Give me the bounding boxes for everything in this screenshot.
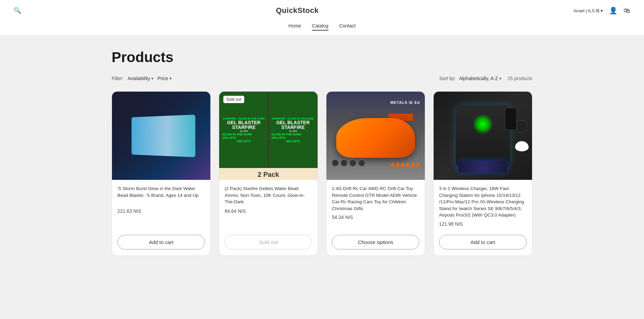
account-button[interactable]: 👤 bbox=[609, 6, 618, 15]
main-nav: Home Catalog Contact bbox=[14, 20, 630, 35]
product-card-3: METALS IE Ed 2.4G Drift Rc Car 4WD RC Dr… bbox=[326, 91, 425, 256]
nav-home[interactable]: Home bbox=[288, 23, 301, 31]
add-to-cart-button-4[interactable]: Add to cart bbox=[439, 235, 527, 249]
product-price-3: 54.34 NIS bbox=[332, 214, 419, 220]
charger-stand bbox=[456, 105, 510, 167]
sort-value-label: Alphabetically, A-Z bbox=[459, 76, 498, 81]
filter-bar: Filter: Availability Price Sort by: Alph… bbox=[112, 76, 532, 81]
add-to-cart-button-1[interactable]: Add to cart bbox=[117, 235, 205, 249]
metals-label: METALS IE Ed bbox=[391, 100, 420, 105]
filter-label: Filter: bbox=[112, 76, 124, 81]
product-card-1: 'S Storm Burst Glow in the Dark Water Be… bbox=[112, 91, 211, 256]
user-icon: 👤 bbox=[609, 7, 618, 14]
filter-left: Filter: Availability Price bbox=[112, 76, 172, 81]
sold-out-button-2[interactable]: Sold out bbox=[225, 235, 312, 249]
brand-logo[interactable]: QuickStock bbox=[276, 6, 319, 15]
cart-button[interactable]: 🛍 bbox=[624, 7, 630, 15]
search-button[interactable]: 🔍 bbox=[14, 7, 21, 14]
product-image-4 bbox=[434, 92, 532, 180]
cone-icon bbox=[396, 162, 400, 167]
cone-icon bbox=[416, 162, 420, 167]
sort-by-label: Sort by: bbox=[439, 76, 456, 81]
nav-contact[interactable]: Contact bbox=[339, 23, 356, 31]
product-image-3: METALS IE Ed bbox=[326, 92, 425, 180]
cone-icon bbox=[406, 162, 410, 167]
header: 🔍 QuickStock Israel | ILS ₪ ▾ 👤 🛍 Home C… bbox=[0, 0, 644, 36]
page-title: Products bbox=[112, 49, 532, 65]
availability-filter-label: Availability bbox=[128, 76, 150, 81]
car-body bbox=[336, 118, 415, 158]
product-actions-3: Choose options bbox=[326, 231, 425, 256]
availability-filter[interactable]: Availability bbox=[128, 76, 153, 81]
product-name-1: 'S Storm Burst Glow in the Dark Water Be… bbox=[117, 185, 205, 206]
product-count: 25 products bbox=[508, 76, 532, 81]
product-image-visual-3: METALS IE Ed bbox=[326, 92, 425, 180]
product-info-4: 3 in 1 Wireless Charger, 18W Fast Chargi… bbox=[434, 180, 532, 231]
product-price-1: 221.63 NIS bbox=[117, 208, 205, 214]
charger-base bbox=[458, 161, 507, 173]
product-card-2: Starfire - Glow in the Dark GEL BLASTER … bbox=[219, 91, 318, 256]
charger-watch bbox=[517, 120, 527, 132]
cone-icon bbox=[401, 162, 405, 167]
cone-icon bbox=[391, 162, 395, 167]
car-bottom-info bbox=[332, 159, 420, 167]
nav-catalog[interactable]: Catalog bbox=[312, 23, 328, 31]
wheel-icon bbox=[358, 159, 365, 167]
filter-right: Sort by: Alphabetically, A-Z 25 products bbox=[439, 76, 532, 81]
product-image-1 bbox=[112, 92, 210, 180]
gel-pack-right: Starfire - Glow in the Dark GEL BLASTER … bbox=[268, 92, 318, 168]
product-actions-2: Sold out bbox=[219, 231, 318, 256]
price-filter[interactable]: Price bbox=[157, 76, 172, 81]
charger-glow-icon bbox=[473, 114, 493, 134]
wheel-icon bbox=[340, 159, 348, 167]
car-accessories bbox=[332, 159, 365, 167]
product-card-4: 3 in 1 Wireless Charger, 18W Fast Chargi… bbox=[433, 91, 532, 256]
search-icon: 🔍 bbox=[14, 7, 21, 14]
product-info-3: 2.4G Drift Rc Car 4WD RC Drift Car Toy R… bbox=[326, 180, 425, 231]
product-grid: 'S Storm Burst Glow in the Dark Water Be… bbox=[112, 91, 532, 256]
orange-cones bbox=[391, 162, 420, 167]
locale-selector[interactable]: Israel | ILS ₪ ▾ bbox=[573, 8, 603, 13]
sort-selector[interactable]: Alphabetically, A-Z bbox=[459, 76, 501, 81]
charger-phone bbox=[505, 108, 517, 130]
choose-options-button-3[interactable]: Choose options bbox=[332, 235, 419, 249]
product-name-2: (2 Pack) Starfire Gellets Water Bead Amm… bbox=[225, 185, 312, 206]
wheel-icon bbox=[332, 159, 339, 167]
product-info-2: (2 Pack) Starfire Gellets Water Bead Amm… bbox=[219, 180, 318, 231]
pack-label: 2 Pack bbox=[219, 168, 318, 180]
sold-out-badge-2: Sold out bbox=[223, 96, 244, 103]
product-image-visual-4 bbox=[434, 92, 532, 180]
product-name-4: 3 in 1 Wireless Charger, 18W Fast Chargi… bbox=[439, 185, 527, 219]
header-left: 🔍 bbox=[14, 7, 21, 14]
product-image-visual-1 bbox=[112, 92, 210, 180]
product-actions-1: Add to cart bbox=[112, 231, 210, 256]
page-content: Products Filter: Availability Price Sort… bbox=[98, 36, 546, 276]
charger-buds bbox=[515, 141, 529, 151]
header-top: 🔍 QuickStock Israel | ILS ₪ ▾ 👤 🛍 bbox=[14, 0, 630, 20]
product-info-1: 'S Storm Burst Glow in the Dark Water Be… bbox=[112, 180, 210, 231]
product-image-2: Starfire - Glow in the Dark GEL BLASTER … bbox=[219, 92, 318, 180]
cart-icon: 🛍 bbox=[624, 7, 630, 14]
wheel-icon bbox=[349, 159, 357, 167]
product-price-4: 121.98 NIS bbox=[439, 221, 527, 227]
cone-icon bbox=[411, 162, 415, 167]
price-filter-label: Price bbox=[157, 76, 168, 81]
locale-chevron-icon: ▾ bbox=[601, 8, 603, 13]
product-image-visual-2: Starfire - Glow in the Dark GEL BLASTER … bbox=[219, 92, 318, 180]
product-price-2: 84.64 NIS bbox=[225, 208, 312, 214]
header-right: Israel | ILS ₪ ▾ 👤 🛍 bbox=[573, 6, 630, 15]
locale-label: Israel | ILS ₪ bbox=[573, 8, 599, 13]
product-actions-4: Add to cart bbox=[434, 231, 532, 256]
product-name-3: 2.4G Drift Rc Car 4WD RC Drift Car Toy R… bbox=[332, 185, 419, 212]
